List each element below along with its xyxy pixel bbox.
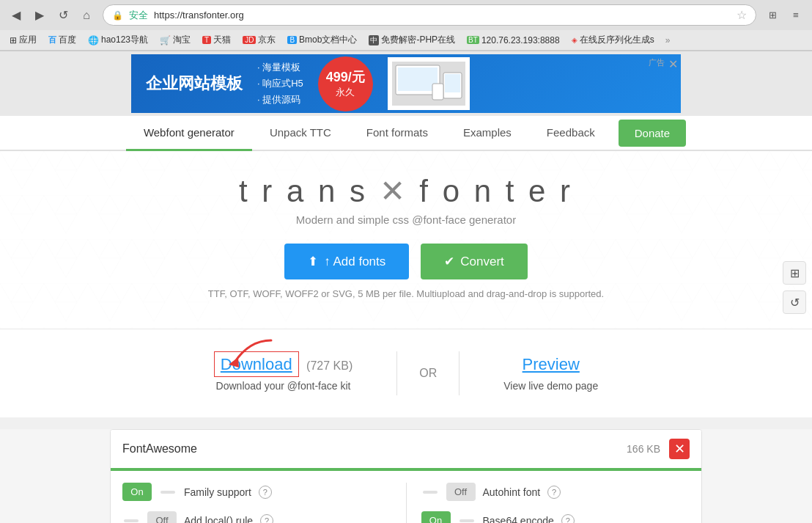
font-header: FontAwesome 166 KB ✕ [111, 430, 701, 468]
baidu-icon: 百 [48, 34, 56, 45]
lock-icon: 🔒 [112, 10, 123, 21]
ad-label: 广告 [649, 57, 665, 68]
serialize-icon: ◈ [572, 36, 577, 44]
bookmark-label: hao123导航 [101, 34, 148, 46]
svg-rect-4 [432, 84, 443, 100]
download-section: Download (727 KB) Download your @font-fa… [170, 355, 396, 392]
toggle-track-family [160, 491, 175, 494]
nav-item-unpack[interactable]: Unpack TTC [252, 116, 349, 151]
remove-font-button[interactable]: ✕ [669, 439, 690, 459]
reload-button[interactable]: ↺ [53, 5, 73, 26]
add-local-label: Add local() rule [184, 515, 253, 524]
ad-price-circle: 499/元 永久 [318, 56, 373, 111]
bookmark-label: 百度 [59, 34, 76, 46]
autohint-toggle[interactable]: Off [446, 483, 476, 501]
base64-help[interactable]: ? [561, 514, 575, 524]
menu-button[interactable]: ≡ [786, 5, 806, 26]
apps-icon: ⊞ [10, 35, 17, 45]
preview-section: Preview View live demo page [459, 355, 642, 392]
font-options: On Family support ? Off Add local() rule… [111, 471, 701, 523]
add-fonts-label: ↑ Add fonts [324, 255, 385, 269]
bmob-icon: B [287, 36, 297, 44]
ad-container: 企业网站模板 · 海量模板· 响应式H5· 提供源码 499/元 永久 [0, 51, 812, 116]
bt-icon: BT [467, 36, 479, 44]
nav-buttons: ◀ ▶ ↺ ⌂ [6, 5, 97, 26]
toggle-track-local [124, 519, 139, 522]
jd-icon: JD [243, 36, 256, 44]
preview-link[interactable]: Preview [503, 355, 598, 374]
bookmark-jd[interactable]: JD 京东 [239, 32, 279, 48]
bookmark-label: 天猫 [213, 34, 231, 46]
autohint-help[interactable]: ? [547, 486, 561, 499]
browser-chrome: ◀ ▶ ↺ ⌂ 🔒 安全 https://transfonter.org ☆ ⊞… [0, 0, 812, 51]
download-description: Download your @font-face kit [214, 380, 353, 392]
family-support-help[interactable]: ? [259, 486, 272, 499]
add-local-help[interactable]: ? [260, 514, 273, 524]
donate-button[interactable]: Donate [619, 120, 686, 147]
forward-button[interactable]: ▶ [29, 5, 50, 26]
ad-close-button[interactable]: ✕ [668, 57, 678, 71]
font-size-badge: 166 KB [627, 443, 660, 455]
nav-item-examples[interactable]: Examples [446, 116, 529, 151]
base64-option: On Base64 encode ? [421, 511, 690, 523]
bookmark-apps[interactable]: ⊞ 应用 [6, 32, 40, 48]
nav-item-formats[interactable]: Font formats [349, 116, 446, 151]
options-right: Off Autohint font ? On Base64 encode ? [421, 483, 690, 523]
nav-item-webfont[interactable]: Webfont generator [126, 116, 252, 151]
url-text: https://transfonter.org [154, 10, 731, 21]
back-button[interactable]: ◀ [6, 5, 26, 26]
bookmark-bmob[interactable]: B Bmob文档中心 [284, 32, 361, 48]
bookmark-decode[interactable]: 中 免费解密-PHP在线 [365, 32, 459, 48]
site-logo: t r a n s ✕ f o n t e r [15, 173, 797, 209]
font-item: FontAwesome 166 KB ✕ On Family support ?… [110, 429, 702, 523]
convert-button[interactable]: ✔ Convert [421, 244, 528, 279]
hao123-icon: 🌐 [88, 35, 99, 45]
autohint-label: Autohint font [483, 486, 541, 498]
site-tagline: Modern and simple css @font-face generat… [15, 213, 797, 226]
home-button[interactable]: ⌂ [76, 5, 97, 26]
or-divider: OR [396, 351, 459, 395]
toggle-track-autohint [423, 491, 438, 494]
family-support-toggle[interactable]: On [122, 483, 152, 501]
bookmarks-more[interactable]: » [665, 35, 671, 45]
svg-rect-1 [398, 67, 438, 91]
bookmark-baidu[interactable]: 百 百度 [45, 32, 80, 48]
or-label: OR [419, 367, 437, 380]
taobao-icon: 🛒 [160, 35, 171, 45]
font-name: FontAwesome [122, 442, 627, 456]
options-divider [406, 483, 407, 523]
extensions-button[interactable]: ⊞ [762, 5, 783, 26]
download-link[interactable]: Download [214, 351, 299, 377]
bookmark-serialize[interactable]: ◈ 在线反序列化生成s [568, 32, 658, 48]
main-content: t r a n s ✕ f o n t e r Modern and simpl… [0, 151, 812, 329]
bookmark-taobao[interactable]: 🛒 淘宝 [156, 32, 194, 48]
bookmark-label: 淘宝 [173, 34, 191, 46]
bookmark-label: Bmob文档中心 [299, 34, 357, 46]
base64-toggle[interactable]: On [421, 511, 451, 523]
security-label: 安全 [129, 9, 148, 22]
bookmark-label: 京东 [258, 34, 276, 46]
ad-bullets: · 海量模板· 响应式H5· 提供源码 [257, 59, 303, 108]
browser-toolbar: ◀ ▶ ↺ ⌂ 🔒 安全 https://transfonter.org ☆ ⊞… [0, 0, 812, 30]
file-size: (727 KB) [306, 359, 353, 372]
bookmark-tianmao[interactable]: T 天猫 [199, 32, 235, 48]
ad-banner[interactable]: 企业网站模板 · 海量模板· 响应式H5· 提供源码 499/元 永久 [131, 54, 681, 113]
bookmark-bt[interactable]: BT 120.76.23.193:8888 [463, 34, 564, 47]
address-bar[interactable]: 🔒 安全 https://transfonter.org ☆ [103, 4, 756, 26]
file-hint: TTF, OTF, WOFF, WOFF2 or SVG, 5 MB per f… [15, 288, 797, 299]
nav-item-feedback[interactable]: Feedback [529, 116, 613, 151]
bookmark-label: 120.76.23.193:8888 [481, 35, 560, 45]
tianmao-icon: T [202, 36, 211, 44]
bookmark-label: 在线反序列化生成s [580, 34, 654, 46]
bookmark-hao123[interactable]: 🌐 hao123导航 [84, 32, 152, 48]
preview-description: View live demo page [503, 380, 598, 392]
bookmark-label: 免费解密-PHP在线 [381, 34, 455, 46]
add-fonts-button[interactable]: ⬆ ↑ Add fonts [284, 244, 409, 279]
add-local-toggle[interactable]: Off [147, 511, 177, 523]
browser-icons: ⊞ ≡ [762, 5, 806, 26]
svg-rect-3 [445, 74, 460, 92]
autohint-option: Off Autohint font ? [421, 483, 690, 501]
check-icon: ✔ [444, 254, 454, 269]
decode-icon: 中 [369, 35, 379, 45]
family-support-option: On Family support ? [122, 483, 391, 501]
